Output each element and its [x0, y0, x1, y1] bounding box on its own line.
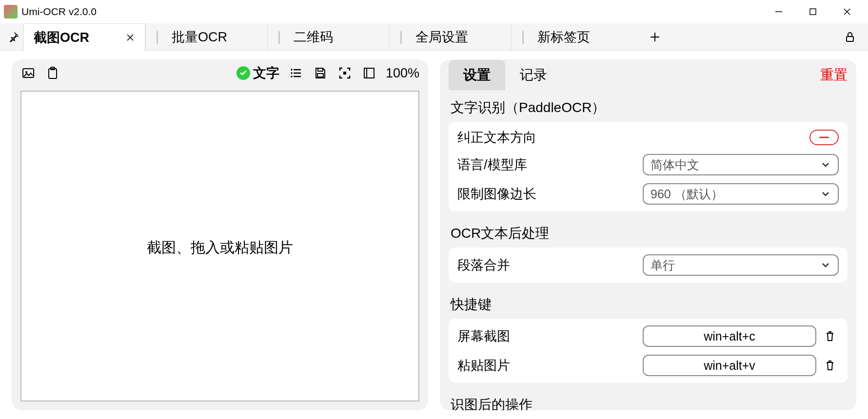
app-icon: [4, 5, 18, 19]
fullscreen-icon[interactable]: [337, 65, 353, 81]
limit-select[interactable]: 960 （默认）: [643, 183, 839, 205]
hotkey-value: win+alt+v: [704, 359, 755, 373]
field-hotkey-paste: 粘贴图片 win+alt+v: [455, 351, 841, 380]
minimize-button[interactable]: [762, 2, 796, 21]
field-label: 屏幕截图: [457, 327, 643, 345]
settings-body: 文字识别（PaddleOCR） 纠正文本方向 语言/模型库 简体中文: [440, 91, 856, 410]
svg-point-10: [25, 71, 27, 73]
tabbar: 截图OCR | 批量OCR | 二维码 | 全局设置 | 新标签页: [0, 23, 868, 51]
hotkey-paste-clear[interactable]: [821, 357, 839, 374]
tab-screenshot-ocr[interactable]: 截图OCR: [23, 23, 145, 51]
tab-batch-ocr[interactable]: | 批量OCR: [145, 23, 267, 51]
field-limit: 限制图像边长 960 （默认）: [455, 179, 841, 209]
section-hotkeys: 快捷键: [449, 289, 848, 319]
subtab-settings[interactable]: 设置: [449, 60, 505, 90]
close-button[interactable]: [830, 2, 864, 21]
tab-separator-icon: |: [277, 29, 281, 44]
svg-point-16: [291, 69, 293, 71]
tab-label: 截图OCR: [34, 29, 89, 46]
chevron-down-icon: [820, 260, 831, 270]
check-icon: [237, 66, 250, 80]
titlebar: Umi-OCR v2.0.0: [0, 0, 868, 23]
tab-label: 新标签页: [537, 28, 590, 46]
field-language: 语言/模型库 简体中文: [455, 150, 841, 179]
left-toolbar: 文字 100%: [12, 59, 428, 87]
drop-area[interactable]: 截图、拖入或粘贴图片: [20, 91, 419, 401]
pin-icon[interactable]: [4, 27, 23, 47]
fit-icon[interactable]: [361, 65, 377, 81]
lock-icon[interactable]: [839, 25, 868, 49]
tab-qrcode[interactable]: | 二维码: [267, 23, 389, 51]
select-value: 960 （默认）: [651, 186, 723, 202]
field-label: 语言/模型库: [457, 156, 643, 173]
save-icon[interactable]: [313, 65, 328, 81]
chevron-down-icon: [820, 159, 831, 170]
section-postprocess: OCR文本后处理: [449, 218, 848, 248]
svg-rect-19: [318, 68, 323, 71]
orientation-toggle[interactable]: [809, 130, 839, 145]
hotkey-screenshot-input[interactable]: win+alt+c: [643, 325, 816, 347]
right-top-bar: 设置 记录 重置: [440, 59, 856, 91]
field-orientation: 纠正文本方向: [455, 125, 841, 150]
subtabs: 设置 记录: [449, 60, 562, 90]
field-label: 限制图像边长: [457, 185, 643, 203]
svg-rect-21: [343, 72, 346, 75]
image-icon[interactable]: [20, 65, 36, 81]
tab-separator-icon: |: [399, 29, 403, 44]
drop-hint: 截图、拖入或粘贴图片: [147, 238, 293, 258]
section-after-action: 识图后的操作: [449, 390, 848, 410]
tab-global-settings[interactable]: | 全局设置: [389, 23, 511, 51]
tab-label: 二维码: [294, 28, 333, 46]
tab-label: 批量OCR: [172, 28, 227, 46]
window-controls: [762, 2, 864, 21]
language-select[interactable]: 简体中文: [643, 154, 839, 175]
tab-new-tab[interactable]: | 新标签页: [511, 23, 633, 51]
svg-rect-8: [847, 37, 853, 41]
window-title: Umi-OCR v2.0.0: [21, 6, 97, 18]
chevron-down-icon: [820, 189, 831, 199]
tab-separator-icon: |: [521, 29, 525, 44]
select-value: 简体中文: [651, 157, 699, 173]
hotkey-paste-input[interactable]: win+alt+v: [643, 355, 816, 376]
tab-separator-icon: |: [156, 29, 159, 44]
svg-point-17: [291, 72, 293, 74]
main: 文字 100% 截图、拖入或粘贴图片: [0, 51, 868, 419]
list-icon[interactable]: [288, 65, 304, 81]
tab-close-icon[interactable]: [125, 33, 135, 42]
hotkey-fields: 屏幕截图 win+alt+c 粘贴图片 win+alt+v: [449, 319, 848, 383]
left-panel: 文字 100% 截图、拖入或粘贴图片: [12, 59, 428, 410]
subtab-history[interactable]: 记录: [505, 60, 562, 90]
status-label: 文字: [253, 64, 279, 82]
section-ocr-engine: 文字识别（PaddleOCR）: [449, 93, 848, 122]
reset-button[interactable]: 重置: [820, 66, 848, 84]
field-label: 粘贴图片: [457, 357, 643, 374]
field-label: 段落合并: [457, 256, 643, 274]
svg-point-18: [291, 76, 293, 77]
hotkey-value: win+alt+c: [704, 329, 755, 343]
clipboard-icon[interactable]: [45, 65, 60, 81]
field-paragraph: 段落合并 单行: [455, 250, 841, 280]
zoom-label[interactable]: 100%: [386, 66, 419, 81]
right-panel: 设置 记录 重置 文字识别（PaddleOCR） 纠正文本方向 语言/模型库 简…: [440, 59, 856, 410]
hotkey-screenshot-clear[interactable]: [821, 327, 839, 345]
svg-rect-22: [364, 68, 374, 78]
svg-rect-1: [810, 9, 816, 15]
select-value: 单行: [651, 257, 675, 273]
status-chip[interactable]: 文字: [237, 64, 279, 82]
maximize-button[interactable]: [796, 2, 830, 21]
field-hotkey-screenshot: 屏幕截图 win+alt+c: [455, 322, 841, 351]
paragraph-select[interactable]: 单行: [643, 254, 839, 276]
postprocess-fields: 段落合并 单行: [449, 248, 848, 283]
new-tab-button[interactable]: [643, 25, 667, 49]
svg-rect-20: [317, 74, 323, 77]
field-label: 纠正文本方向: [457, 129, 643, 146]
ocr-engine-fields: 纠正文本方向 语言/模型库 简体中文 限制图像边长 960 （默认）: [449, 122, 848, 211]
tab-label: 全局设置: [415, 28, 468, 46]
